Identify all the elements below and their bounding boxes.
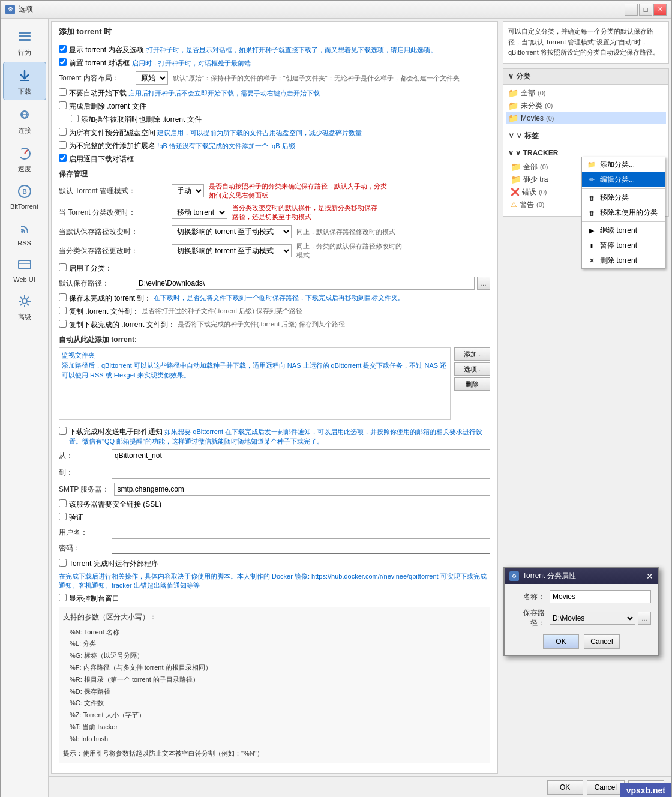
default-save-path-browse[interactable]: ... bbox=[477, 277, 490, 290]
from-input[interactable] bbox=[112, 449, 490, 462]
sidebar-item-webui[interactable]: Web UI bbox=[3, 251, 46, 287]
external-program-checkbox[interactable] bbox=[59, 559, 67, 567]
menu-remove-unused[interactable]: 🗑 移除未使用的分类 bbox=[582, 205, 665, 220]
incomplete-ext-desc: !qB 恰还没有下载完成的文件添加一个 !qB 后缀 bbox=[157, 142, 295, 149]
menu-add-category-label: 添加分类... bbox=[600, 160, 635, 170]
param-item-7: %Z: Torrent 大小（字节） bbox=[63, 709, 486, 721]
menu-add-category[interactable]: 📁 添加分类... bbox=[582, 157, 665, 172]
dialog-name-field: 名称： bbox=[512, 590, 651, 603]
preallocate-checkbox[interactable] bbox=[59, 128, 67, 136]
param-item-5: %D: 保存路径 bbox=[63, 686, 486, 698]
copy-completed-desc: 是否将下载完成的种子文件(.torrent 后缀) 保存到某个路径 bbox=[178, 320, 345, 329]
password-input[interactable] bbox=[112, 543, 490, 554]
delete-torrent-sub-checkbox[interactable] bbox=[71, 115, 79, 122]
show-console-checkbox[interactable] bbox=[59, 594, 67, 601]
to-label: 到： bbox=[59, 468, 107, 478]
dialog-close-button[interactable]: ✕ bbox=[646, 571, 653, 581]
content-layout-row: Torrent 内容布局： 原始 默认"原始"：保持种子的文件的样子；"创建子文… bbox=[59, 71, 490, 85]
tag-header[interactable]: ∨ ∨ 标签 bbox=[506, 130, 666, 142]
dialog-save-path-select[interactable]: D:\Movies bbox=[550, 612, 635, 625]
sidebar-item-bittorrent[interactable]: B BitTorrent bbox=[3, 178, 46, 214]
close-button[interactable]: ✕ bbox=[653, 4, 667, 16]
sidebar-item-connection[interactable]: 连接 bbox=[3, 101, 46, 139]
maximize-button[interactable]: □ bbox=[639, 4, 652, 16]
menu-delete[interactable]: ✕ 删除 torrent bbox=[582, 253, 665, 268]
category-path-change-select[interactable]: 切换影响的 torrent 至手动模式 bbox=[172, 244, 292, 257]
from-row: 从： bbox=[59, 449, 490, 462]
default-path-change-select[interactable]: 切换影响的 torrent 至手动模式 bbox=[172, 225, 292, 238]
enable-subcategory-checkbox[interactable] bbox=[59, 263, 67, 271]
sidebar-item-advanced[interactable]: 高级 bbox=[3, 288, 46, 325]
no-autostart-checkbox[interactable] bbox=[59, 88, 67, 96]
save-incomplete-label: 保存未完成的 torrent 到： bbox=[69, 293, 151, 304]
category-change-select[interactable]: 移动 torrent bbox=[172, 206, 227, 219]
delete-torrent-checkbox[interactable] bbox=[59, 101, 67, 109]
foreground-checkbox[interactable] bbox=[59, 58, 67, 66]
add-category-icon: 📁 bbox=[587, 160, 596, 170]
show-torrent-label-wrap: 显示 torrent 内容及选项 打开种子时，是否显示对话框，如果打开种子就直接… bbox=[69, 45, 437, 55]
watch-folder-list: 监视文件夹 添加路径后，qBittorrent 可以从这些路径中自动加载种子并下… bbox=[59, 347, 451, 422]
show-console-label: 显示控制台窗口 bbox=[69, 594, 119, 604]
title-bar-buttons: ─ □ ✕ bbox=[625, 4, 667, 16]
sidebar-item-rss[interactable]: RSS bbox=[3, 215, 46, 250]
add-torrent-header: 添加 torrent 时 bbox=[59, 26, 490, 40]
delete-torrent-menu-icon: ✕ bbox=[587, 256, 596, 266]
add-watch-folder-button[interactable]: 添加.. bbox=[454, 347, 490, 361]
ssl-checkbox[interactable] bbox=[59, 499, 67, 507]
sidebar-label-webui: Web UI bbox=[13, 276, 35, 283]
sidebar-item-behavior[interactable]: 行为 bbox=[3, 23, 46, 61]
menu-pause[interactable]: ⏸ 暂停 torrent bbox=[582, 238, 665, 253]
to-input[interactable] bbox=[112, 466, 490, 479]
category-collapse-icon[interactable]: ∨ bbox=[508, 72, 514, 80]
show-console-row: 显示控制台窗口 bbox=[59, 594, 490, 604]
menu-edit-category[interactable]: ✏ 编辑分类... bbox=[582, 172, 665, 187]
default-save-path-input[interactable] bbox=[136, 277, 475, 290]
watch-folder-label: 监视文件夹 bbox=[62, 352, 95, 359]
auth-checkbox[interactable] bbox=[59, 513, 67, 520]
category-all[interactable]: 📁 全部 (0) bbox=[506, 87, 666, 100]
sidebar: 行为 下载 连接 速度 B bbox=[1, 19, 49, 797]
copy-completed-checkbox[interactable] bbox=[59, 320, 67, 328]
menu-remove-unused-label: 移除未使用的分类 bbox=[600, 208, 658, 218]
tracker-warning-icon: ⚠ bbox=[511, 200, 517, 209]
email-notify-checkbox[interactable] bbox=[59, 427, 67, 435]
save-incomplete-checkbox[interactable] bbox=[59, 293, 67, 301]
copy-torrent-row: 复制 .torrent 文件到： 是否将打开过的种子文件(.torrent 后缀… bbox=[59, 307, 490, 317]
pause-icon: ⏸ bbox=[587, 241, 596, 251]
content-area: 添加 torrent 时 显示 torrent 内容及选项 打开种子时，是否显示… bbox=[49, 19, 671, 797]
dialog-ok-button[interactable]: OK bbox=[543, 634, 579, 649]
delete-watch-folder-button[interactable]: 删除 bbox=[454, 377, 490, 391]
menu-remove-category[interactable]: 🗑 移除分类 bbox=[582, 190, 665, 205]
ok-button[interactable]: OK bbox=[547, 780, 583, 795]
dialog-cancel-button[interactable]: Cancel bbox=[584, 634, 620, 649]
sidebar-item-download[interactable]: 下载 bbox=[3, 62, 46, 100]
smtp-input[interactable] bbox=[114, 483, 490, 496]
dialog-save-path-label: 保存路径： bbox=[512, 608, 545, 628]
tracker-header-label: ∨ TRACKER bbox=[515, 149, 558, 157]
minimize-button[interactable]: ─ bbox=[625, 4, 638, 16]
dialog-save-path-browse[interactable]: ... bbox=[638, 612, 651, 625]
category-movies-icon: 📁 bbox=[508, 113, 518, 123]
sidebar-item-speed[interactable]: 速度 bbox=[3, 140, 46, 177]
cancel-button[interactable]: Cancel bbox=[587, 780, 625, 795]
copy-torrent-checkbox[interactable] bbox=[59, 307, 67, 314]
category-path-change-desc: 同上，分类的默认保存路径修改时的模式 bbox=[296, 242, 404, 260]
sidebar-label-connection: 连接 bbox=[18, 126, 31, 135]
menu-resume[interactable]: ▶ 继续 torrent bbox=[582, 223, 665, 238]
incomplete-ext-checkbox[interactable] bbox=[59, 141, 67, 149]
subfolder-dl-checkbox[interactable] bbox=[59, 154, 67, 162]
content-layout-select[interactable]: 原始 bbox=[136, 71, 168, 85]
dialog-save-path-row: D:\Movies ... bbox=[550, 612, 651, 625]
category-movies-label: Movies bbox=[521, 114, 544, 122]
category-movies[interactable]: 📁 Movies (0) bbox=[506, 112, 666, 124]
options-watch-folder-button[interactable]: 选项.. bbox=[454, 362, 490, 376]
username-input[interactable] bbox=[112, 526, 490, 539]
category-uncategorized[interactable]: 📁 未分类 (0) bbox=[506, 100, 666, 112]
remove-category-icon: 🗑 bbox=[587, 193, 596, 203]
auto-add-header: 自动从此处添加 torrent: bbox=[59, 335, 490, 345]
show-torrent-checkbox[interactable] bbox=[59, 45, 67, 53]
default-mode-select[interactable]: 手动 bbox=[172, 184, 204, 197]
settings-panel: 添加 torrent 时 显示 torrent 内容及选项 打开种子时，是否显示… bbox=[51, 21, 498, 774]
dialog-name-input[interactable] bbox=[550, 590, 651, 603]
external-program-desc: 在完成下载后进行相关操作，具体内容取决于你使用的脚本。本人制作的 Docker … bbox=[59, 573, 487, 589]
